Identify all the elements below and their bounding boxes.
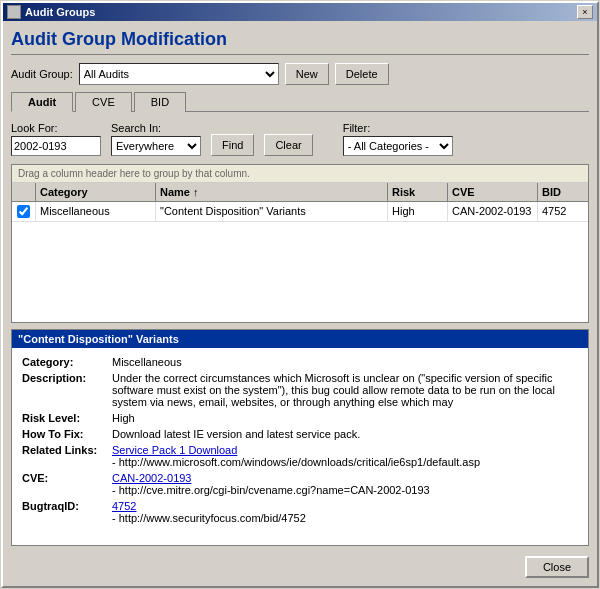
page-title: Audit Group Modification <box>11 29 589 55</box>
detail-scroll[interactable]: Category: Miscellaneous Description: Und… <box>12 348 588 545</box>
detail-row-cve: CVE: CAN-2002-0193 - http://cve.mitre.or… <box>18 470 582 498</box>
detail-row-bugtraqid: BugtraqID: 4752 - http://www.securityfoc… <box>18 498 582 526</box>
find-button[interactable]: Find <box>211 134 254 156</box>
col-cve[interactable]: CVE <box>448 183 538 201</box>
detail-value-risk: High <box>108 410 582 426</box>
tab-audit[interactable]: Audit <box>11 92 73 112</box>
bugtraq-link[interactable]: 4752 <box>112 500 136 512</box>
title-bar-text: Audit Groups <box>7 5 95 19</box>
tab-bid[interactable]: BID <box>134 92 186 112</box>
bottom-bar: Close <box>11 552 589 578</box>
grid-body: Miscellaneous "Content Disposition" Vari… <box>12 202 588 322</box>
detail-label-cve: CVE: <box>18 470 108 498</box>
delete-button[interactable]: Delete <box>335 63 389 85</box>
row-bid: 4752 <box>538 202 588 221</box>
col-bid[interactable]: BID <box>538 183 588 201</box>
col-check <box>12 183 36 201</box>
tab-cve[interactable]: CVE <box>75 92 132 112</box>
look-for-input[interactable] <box>11 136 101 156</box>
title-bar-controls: × <box>577 5 593 19</box>
row-risk: High <box>388 202 448 221</box>
audit-group-controls: Audit Group: All Audits New Delete <box>11 63 589 85</box>
cve-link[interactable]: CAN-2002-0193 <box>112 472 192 484</box>
content-area: Audit Group Modification Audit Group: Al… <box>3 21 597 586</box>
close-window-button[interactable]: × <box>577 5 593 19</box>
window-icon <box>7 5 21 19</box>
search-in-select[interactable]: Everywhere <box>111 136 201 156</box>
detail-label-relatedlinks: Related Links: <box>18 442 108 470</box>
audit-group-row: Audit Group: All Audits New Delete <box>11 63 589 85</box>
look-for-label: Look For: <box>11 122 101 134</box>
filter-group: Filter: - All Categories - <box>343 122 453 156</box>
col-name[interactable]: Name ↑ <box>156 183 388 201</box>
new-button[interactable]: New <box>285 63 329 85</box>
detail-label-category: Category: <box>18 354 108 370</box>
audit-group-label: Audit Group: <box>11 68 73 80</box>
bugtraq-sub: - http://www.securityfocus.com/bid/4752 <box>112 512 306 524</box>
detail-panel: "Content Disposition" Variants Category:… <box>11 329 589 546</box>
search-row: Look For: Search In: Everywhere Find Cle… <box>11 118 589 158</box>
filter-label: Filter: <box>343 122 453 134</box>
detail-value-category: Miscellaneous <box>108 354 582 370</box>
detail-value-relatedlinks: Service Pack 1 Download - http://www.mic… <box>108 442 582 470</box>
detail-label-bugtraqid: BugtraqID: <box>18 498 108 526</box>
table-row[interactable]: Miscellaneous "Content Disposition" Vari… <box>12 202 588 222</box>
detail-label-description: Description: <box>18 370 108 410</box>
related-links-sub: - http://www.microsoft.com/windows/ie/do… <box>112 456 480 468</box>
grid-panel: Drag a column header here to group by th… <box>11 164 589 323</box>
search-in-label: Search In: <box>111 122 201 134</box>
related-links-link[interactable]: Service Pack 1 Download <box>112 444 237 456</box>
detail-value-bugtraqid: 4752 - http://www.securityfocus.com/bid/… <box>108 498 582 526</box>
detail-row-relatedlinks: Related Links: Service Pack 1 Download -… <box>18 442 582 470</box>
search-in-group: Search In: Everywhere <box>111 122 201 156</box>
cve-sub: - http://cve.mitre.org/cgi-bin/cvename.c… <box>112 484 430 496</box>
look-for-group: Look For: <box>11 122 101 156</box>
row-name: "Content Disposition" Variants <box>156 202 388 221</box>
drag-hint: Drag a column header here to group by th… <box>12 165 588 183</box>
main-window: Audit Groups × Audit Group Modification … <box>1 1 599 588</box>
detail-value-howtofix: Download latest IE version and latest se… <box>108 426 582 442</box>
audit-group-select[interactable]: All Audits <box>79 63 279 85</box>
detail-table: Category: Miscellaneous Description: Und… <box>18 354 582 526</box>
detail-row-description: Description: Under the correct circumsta… <box>18 370 582 410</box>
detail-label-howtofix: How To Fix: <box>18 426 108 442</box>
detail-title: "Content Disposition" Variants <box>12 330 588 348</box>
detail-label-risk: Risk Level: <box>18 410 108 426</box>
row-check[interactable] <box>12 202 36 221</box>
close-button[interactable]: Close <box>525 556 589 578</box>
title-bar: Audit Groups × <box>3 3 597 21</box>
filter-select[interactable]: - All Categories - <box>343 136 453 156</box>
detail-row-category: Category: Miscellaneous <box>18 354 582 370</box>
row-cve: CAN-2002-0193 <box>448 202 538 221</box>
tabs-area: Audit CVE BID <box>11 91 589 112</box>
detail-value-cve: CAN-2002-0193 - http://cve.mitre.org/cgi… <box>108 470 582 498</box>
clear-button[interactable]: Clear <box>264 134 312 156</box>
col-risk[interactable]: Risk <box>388 183 448 201</box>
detail-row-howtofix: How To Fix: Download latest IE version a… <box>18 426 582 442</box>
row-category: Miscellaneous <box>36 202 156 221</box>
detail-row-risk: Risk Level: High <box>18 410 582 426</box>
row-checkbox[interactable] <box>17 205 30 218</box>
window-title: Audit Groups <box>25 6 95 18</box>
grid-header: Category Name ↑ Risk CVE BID <box>12 183 588 202</box>
col-category[interactable]: Category <box>36 183 156 201</box>
detail-value-description: Under the correct circumstances which Mi… <box>108 370 582 410</box>
